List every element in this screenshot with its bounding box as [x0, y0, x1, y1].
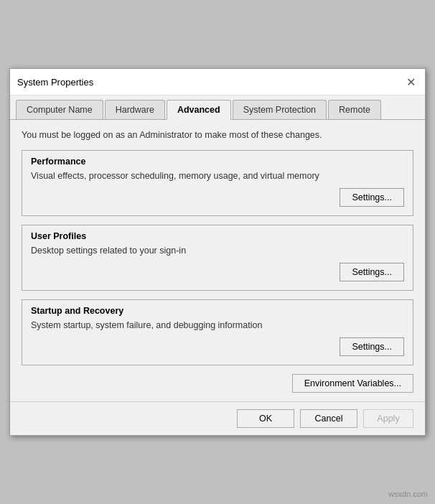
startup-recovery-group-title: Startup and Recovery	[31, 306, 404, 316]
tab-hardware[interactable]: Hardware	[105, 100, 165, 119]
startup-recovery-group: Startup and Recovery System startup, sys…	[22, 299, 413, 365]
performance-settings-button[interactable]: Settings...	[340, 188, 404, 207]
close-button[interactable]: ✕	[403, 75, 418, 89]
user-profiles-settings-button[interactable]: Settings...	[340, 263, 404, 281]
tab-advanced[interactable]: Advanced	[167, 100, 231, 120]
startup-recovery-group-desc: System startup, system failure, and debu…	[31, 320, 404, 330]
env-variables-row: Environment Variables...	[22, 374, 413, 393]
close-icon: ✕	[406, 75, 416, 89]
environment-variables-button[interactable]: Environment Variables...	[292, 374, 413, 393]
system-properties-window: System Properties ✕ Computer Name Hardwa…	[9, 68, 426, 436]
admin-note: You must be logged on as an Administrato…	[22, 130, 413, 140]
user-profiles-group-desc: Desktop settings related to your sign-in	[31, 246, 404, 256]
tab-remote[interactable]: Remote	[328, 100, 381, 119]
user-profiles-group-title: User Profiles	[31, 231, 404, 241]
footer: OK Cancel Apply	[10, 401, 425, 435]
tab-computer-name[interactable]: Computer Name	[16, 100, 103, 119]
ok-button[interactable]: OK	[237, 409, 294, 428]
performance-group-title: Performance	[31, 157, 404, 167]
tab-bar: Computer Name Hardware Advanced System P…	[10, 95, 425, 120]
watermark: wsxdn.com	[388, 490, 428, 498]
titlebar: System Properties ✕	[10, 69, 425, 95]
performance-actions: Settings...	[31, 188, 404, 207]
user-profiles-actions: Settings...	[31, 263, 404, 281]
window-title: System Properties	[17, 77, 93, 88]
performance-group-desc: Visual effects, processor scheduling, me…	[31, 171, 404, 181]
startup-recovery-settings-button[interactable]: Settings...	[340, 337, 404, 356]
user-profiles-group: User Profiles Desktop settings related t…	[22, 225, 413, 291]
cancel-button[interactable]: Cancel	[300, 409, 357, 428]
startup-recovery-actions: Settings...	[31, 337, 404, 356]
tab-content-advanced: You must be logged on as an Administrato…	[10, 120, 425, 401]
performance-group: Performance Visual effects, processor sc…	[22, 150, 413, 216]
apply-button: Apply	[363, 409, 413, 428]
tab-system-protection[interactable]: System Protection	[233, 100, 327, 119]
